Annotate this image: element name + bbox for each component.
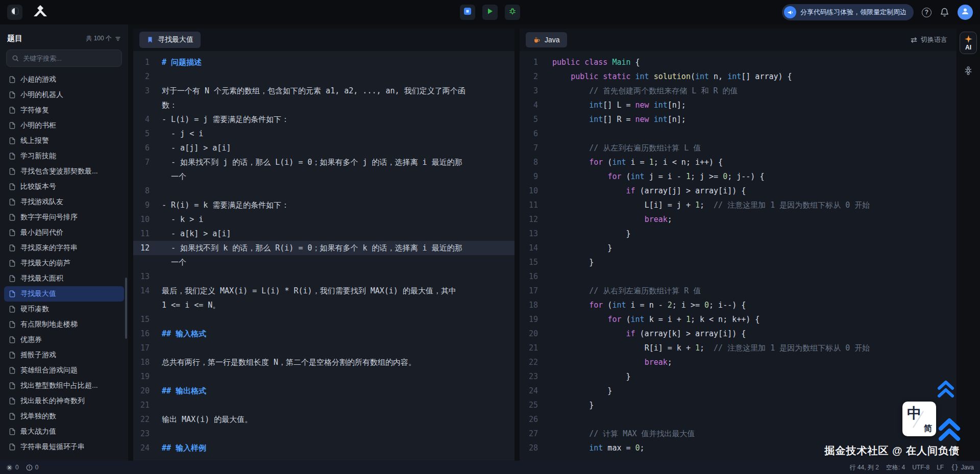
problem-line[interactable]: 21 — [133, 398, 514, 412]
problem-line[interactable]: 24## 输入样例 — [133, 441, 514, 455]
sidebar-item[interactable]: 有点限制地走楼梯 — [4, 317, 124, 332]
sidebar-item[interactable]: 数字字母问号排序 — [4, 210, 124, 225]
sidebar-item[interactable]: 找单独的数 — [4, 409, 124, 424]
sidebar-item[interactable]: 找出最长的神奇数列 — [4, 393, 124, 409]
problem-line[interactable]: 23 — [133, 427, 514, 441]
problem-line[interactable]: 17 — [133, 341, 514, 355]
problem-line[interactable]: 18总共有两行，第一行是数组长度 N，第二个是空格分割的所有数组的内容。 — [133, 355, 514, 369]
code-line[interactable]: 5 int[] R = new int[n]; — [520, 112, 957, 127]
problem-line[interactable]: 13 — [133, 269, 514, 284]
sidebar-item[interactable]: 字符修复 — [4, 103, 124, 118]
avatar[interactable] — [958, 5, 973, 20]
warning-indicator[interactable]: 0 — [26, 464, 39, 471]
code-line[interactable]: 11 L[i] = j + 1; // 注意这里加 1 是因为数组下标从 0 开… — [520, 198, 957, 212]
problem-line[interactable]: 20## 输出格式 — [133, 384, 514, 398]
language-tab[interactable]: Java — [526, 32, 567, 47]
sidebar-item[interactable]: 比较版本号 — [4, 179, 124, 194]
code-line[interactable]: 16 — [520, 269, 957, 284]
app-logo[interactable] — [7, 5, 22, 20]
code-line[interactable]: 6 — [520, 127, 957, 141]
console-button[interactable] — [460, 5, 475, 20]
code-line[interactable]: 18 for (int i = n - 2; i >= 0; i--) { — [520, 298, 957, 312]
brand-logo[interactable] — [30, 5, 51, 19]
code-line[interactable]: 12 break; — [520, 212, 957, 227]
filter-icon[interactable] — [115, 36, 121, 42]
problem-line[interactable]: 3对于一个有 N 个元素的数组，包含如下的元素 a1, a2, ..., an,… — [133, 84, 514, 98]
eol-setting[interactable]: LF — [937, 464, 944, 471]
ai-assistant-button[interactable]: AI — [960, 32, 977, 54]
code-line[interactable]: 8 for (int i = 1; i < n; i++) { — [520, 155, 957, 169]
problem-line[interactable]: 12 - 如果找不到 k 的话，那么 R(i) = 0；如果有多个 k 的话，选… — [133, 241, 514, 255]
problem-line[interactable]: 16## 输入格式 — [133, 327, 514, 341]
help-icon[interactable]: ? — [922, 8, 932, 17]
problem-line[interactable]: 1 <= i <= N。 — [133, 298, 514, 312]
debug-button[interactable] — [505, 5, 520, 20]
problem-line[interactable]: 2 — [133, 69, 514, 84]
code-line[interactable]: 27 // 计算 MAX 值并找出最大值 — [520, 427, 957, 441]
code-line[interactable]: 3 // 首先创建两个数组来存储 L 和 R 的值 — [520, 84, 957, 98]
code-line[interactable]: 23 } — [520, 369, 957, 384]
problem-line[interactable]: 5 - j < i — [133, 127, 514, 141]
code-line[interactable]: 4 int[] L = new int[n]; — [520, 98, 957, 112]
sidebar-item[interactable]: 最大战力值 — [4, 424, 124, 439]
run-button[interactable] — [482, 5, 498, 20]
sidebar-item[interactable]: 寻找原来的字符串 — [4, 240, 124, 256]
code-line[interactable]: 2 public static int solution(int n, int[… — [520, 69, 957, 84]
problem-line[interactable]: 4- L(i) = j 需要满足的条件如下： — [133, 112, 514, 127]
problem-line[interactable]: 22输出 MAX(i) 的最大值。 — [133, 412, 514, 427]
code-line[interactable]: 10 if (array[j] > array[i]) { — [520, 184, 957, 198]
problem-line[interactable]: 10 - k > i — [133, 212, 514, 227]
code-line[interactable]: 15 } — [520, 255, 957, 269]
code-line[interactable]: 28 int max = 0; — [520, 441, 957, 455]
sidebar-item[interactable]: 小明的机器人 — [4, 87, 124, 103]
problem-lines[interactable]: 1# 问题描述23对于一个有 N 个元素的数组，包含如下的元素 a1, a2, … — [133, 51, 514, 461]
code-line[interactable]: 21 R[i] = k + 1; // 注意这里加 1 是因为数组下标从 0 开… — [520, 341, 957, 355]
problem-line[interactable]: 9- R(i) = k 需要满足的条件如下： — [133, 198, 514, 212]
indent-setting[interactable]: 空格: 4 — [886, 463, 905, 472]
problem-line[interactable]: 一个 — [133, 255, 514, 269]
promo-banner[interactable]: 分享代码练习体验，领限量定制周边 — [782, 4, 914, 20]
ant-icon[interactable] — [963, 65, 973, 76]
problem-line[interactable]: 19 — [133, 369, 514, 384]
code-line[interactable]: 19 for (int k = i + 1; k < n; k++) { — [520, 312, 957, 327]
sidebar-scrollbar[interactable] — [125, 278, 127, 339]
code-line[interactable]: 9 for (int j = i - 1; j >= 0; j--) { — [520, 169, 957, 184]
problem-line[interactable]: 11 - a[k] > a[i] — [133, 227, 514, 241]
code-line[interactable]: 14 } — [520, 241, 957, 255]
sidebar-item[interactable]: 寻找最大值 — [4, 286, 124, 302]
problem-line[interactable]: 8 — [133, 184, 514, 198]
sidebar-item[interactable]: 寻找包含斐波那契数最... — [4, 164, 124, 179]
code-line[interactable]: 24 } — [520, 384, 957, 398]
language-mode[interactable]: {} Java — [951, 464, 974, 471]
sidebar-item[interactable]: 寻找游戏队友 — [4, 194, 124, 210]
sidebar-item[interactable]: 摇骰子游戏 — [4, 347, 124, 363]
sidebar-item[interactable]: 字符串最短循环子串 — [4, 439, 124, 455]
sidebar-item[interactable]: 找出整型数组中占比超... — [4, 378, 124, 393]
problem-line[interactable]: 15 — [133, 312, 514, 327]
problem-line[interactable]: 1# 问题描述 — [133, 55, 514, 69]
code-line[interactable]: 7 // 从左到右遍历数组计算 L 值 — [520, 141, 957, 155]
code-line[interactable]: 22 break; — [520, 355, 957, 369]
sidebar-item[interactable]: 优惠券 — [4, 332, 124, 347]
problem-tab[interactable]: 寻找最大值 — [139, 32, 201, 48]
sidebar-item[interactable]: 学习新技能 — [4, 148, 124, 164]
switch-language-button[interactable]: 切换语言 — [910, 35, 950, 44]
sidebar-item[interactable]: 线上报警 — [4, 133, 124, 148]
sidebar-item[interactable]: 小明的书柜 — [4, 118, 124, 133]
cursor-position[interactable]: 行 44, 列 2 — [849, 463, 878, 472]
problem-line[interactable]: 6 - a[j] > a[i] — [133, 141, 514, 155]
sidebar-item[interactable]: 硬币凑数 — [4, 302, 124, 317]
code-line[interactable]: 13 } — [520, 227, 957, 241]
code-line[interactable]: 20 if (array[k] > array[i]) { — [520, 327, 957, 341]
sidebar-item[interactable]: 最小趋同代价 — [4, 225, 124, 240]
problem-line[interactable]: 7 - 如果找不到 j 的话，那么 L(i) = 0；如果有多个 j 的话，选择… — [133, 155, 514, 169]
sidebar-item[interactable]: 寻找最大的葫芦 — [4, 256, 124, 271]
error-indicator[interactable]: 0 — [6, 464, 19, 471]
encoding[interactable]: UTF-8 — [912, 464, 929, 471]
code-lines[interactable]: 1public class Main {2 public static int … — [520, 51, 957, 461]
problem-line[interactable]: 一个 — [133, 169, 514, 184]
sidebar-item[interactable]: 小超的游戏 — [4, 72, 124, 87]
problem-line[interactable]: 数： — [133, 98, 514, 112]
bell-icon[interactable] — [940, 8, 949, 17]
code-line[interactable]: 25 } — [520, 398, 957, 412]
